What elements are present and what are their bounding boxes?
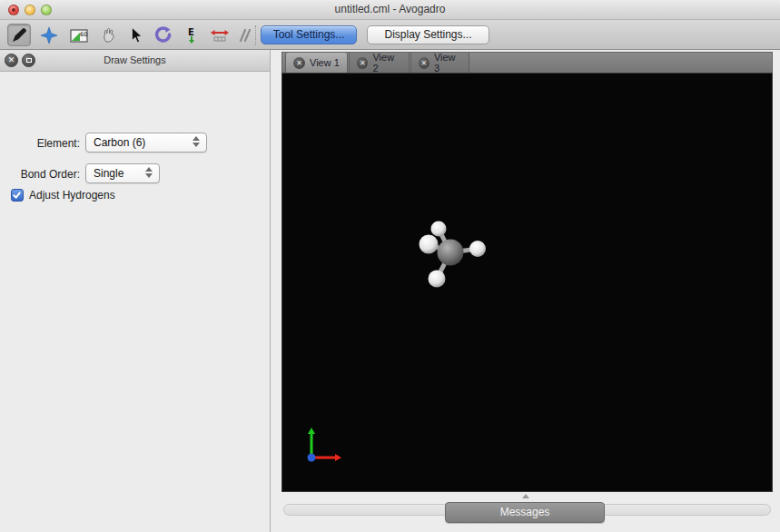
draw-tool-button[interactable] — [7, 24, 31, 46]
title-bar: untitled.cml - Avogadro — [0, 0, 780, 20]
navigate-star-icon — [40, 26, 58, 44]
tab-view-2[interactable]: ✕ View 2 — [349, 53, 410, 73]
adjust-hydrogens-label: Adjust Hydrogens — [29, 189, 115, 202]
tab-view-1[interactable]: ✕ View 1 — [285, 53, 348, 73]
navigate-tool-button[interactable] — [37, 24, 61, 46]
adjust-hydrogens-row: Adjust Hydrogens — [11, 189, 115, 202]
element-value: Carbon (6) — [94, 136, 145, 149]
svg-text:60: 60 — [80, 31, 87, 38]
display-settings-button[interactable]: Display Settings... — [367, 25, 489, 44]
messages-button[interactable]: Messages — [445, 502, 605, 523]
measure-tool-button[interactable] — [208, 24, 232, 46]
tab-label: View 1 — [310, 57, 340, 68]
auto-rotate-tool-button[interactable] — [152, 24, 175, 46]
svg-text:E: E — [188, 27, 194, 37]
adjust-hydrogens-checkbox[interactable] — [11, 189, 24, 202]
bond-order-dropdown[interactable]: Single — [85, 163, 160, 183]
manipulate-tool-button[interactable] — [97, 24, 121, 46]
view-tabbar: ✕ View 1 ✕ View 2 ✕ View 3 — [281, 52, 773, 73]
bond-order-label: Bond Order: — [0, 168, 80, 181]
tool-settings-button[interactable]: Tool Settings... — [261, 25, 357, 44]
close-tab-icon[interactable]: ✕ — [357, 57, 368, 69]
auto-optimize-tool-button[interactable]: E — [180, 24, 203, 46]
bond-order-value: Single — [94, 167, 123, 180]
bond-centric-icon: 60 — [69, 26, 89, 44]
close-tab-icon[interactable]: ✕ — [419, 57, 429, 69]
element-label: Element: — [0, 137, 80, 150]
molecule-atoms — [420, 222, 487, 288]
resize-handle-icon[interactable] — [522, 494, 529, 498]
measure-icon — [210, 26, 230, 44]
molecule-scene — [282, 74, 772, 491]
tab-view-3[interactable]: ✕ View 3 — [410, 53, 469, 73]
panel-title: Draw Settings — [0, 54, 270, 65]
align-slashes-icon — [235, 26, 253, 44]
draw-settings-panel: ✕ Draw Settings Element: Carbon (6) Bond… — [0, 50, 271, 532]
cursor-arrow-icon — [126, 26, 144, 44]
tab-label: View 3 — [434, 52, 461, 74]
gl-viewport[interactable] — [281, 73, 773, 492]
element-dropdown[interactable]: Carbon (6) — [85, 133, 207, 153]
tab-label: View 2 — [372, 52, 401, 74]
optimize-energy-icon: E — [183, 26, 201, 44]
stepper-icon — [145, 167, 153, 178]
pencil-icon — [10, 26, 28, 44]
view-area: ✕ View 1 ✕ View 2 ✕ View 3 — [271, 50, 780, 532]
hand-icon — [100, 26, 118, 44]
toolbar-separator — [255, 25, 256, 45]
selection-tool-button[interactable] — [123, 24, 147, 46]
checkmark-icon — [13, 190, 21, 198]
align-tool-button[interactable] — [232, 24, 256, 46]
main-toolbar: 60 E — [0, 20, 780, 50]
stepper-icon — [193, 136, 200, 147]
axes-indicator — [308, 428, 342, 462]
rotate-arrow-icon — [154, 26, 173, 44]
dock-header: ✕ Draw Settings — [0, 50, 270, 72]
window-title: untitled.cml - Avogadro — [0, 3, 780, 15]
bond-centric-tool-button[interactable]: 60 — [67, 24, 91, 46]
close-tab-icon[interactable]: ✕ — [293, 57, 305, 69]
